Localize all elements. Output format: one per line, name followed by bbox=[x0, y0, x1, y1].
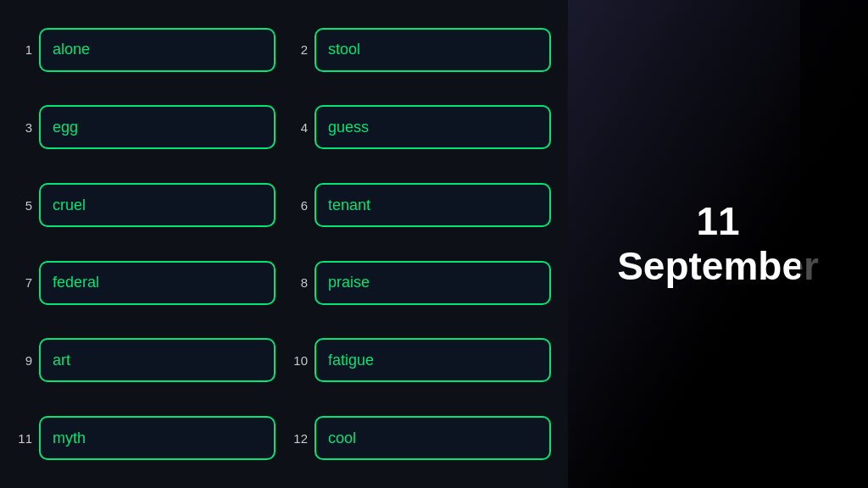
word-box: cruel bbox=[39, 183, 275, 227]
word-item: 5cruel bbox=[17, 170, 275, 240]
word-item: 6tenant bbox=[292, 170, 551, 240]
word-box: praise bbox=[314, 261, 551, 305]
word-number: 1 bbox=[17, 42, 32, 57]
word-item: 10fatigue bbox=[292, 326, 551, 396]
word-box: art bbox=[39, 338, 275, 382]
word-box: cool bbox=[314, 416, 551, 460]
word-number: 4 bbox=[292, 120, 308, 135]
word-number: 5 bbox=[17, 198, 32, 213]
word-box: fatigue bbox=[314, 338, 551, 382]
word-number: 3 bbox=[17, 120, 32, 135]
date-panel: 11September bbox=[568, 0, 868, 488]
word-number: 7 bbox=[17, 275, 32, 290]
word-item: 1alone bbox=[17, 15, 275, 85]
word-item: 2stool bbox=[292, 15, 551, 85]
word-box: alone bbox=[39, 28, 275, 72]
word-number: 10 bbox=[292, 353, 308, 368]
word-box: egg bbox=[39, 105, 275, 149]
word-item: 4guess bbox=[292, 93, 551, 163]
word-number: 8 bbox=[292, 275, 308, 290]
word-item: 8praise bbox=[292, 248, 551, 318]
word-item: 7federal bbox=[17, 248, 275, 318]
word-list: 1alone2stool3egg4guess5cruel6tenant7fede… bbox=[0, 0, 568, 488]
date-display: 11September bbox=[617, 199, 819, 289]
word-box: stool bbox=[314, 28, 551, 72]
word-item: 11myth bbox=[17, 403, 275, 473]
word-number: 9 bbox=[17, 353, 32, 368]
word-item: 9art bbox=[17, 326, 275, 396]
word-box: tenant bbox=[314, 183, 551, 227]
word-box: myth bbox=[39, 416, 275, 460]
word-item: 3egg bbox=[17, 93, 275, 163]
word-box: guess bbox=[314, 105, 551, 149]
word-item: 12cool bbox=[292, 403, 551, 473]
word-number: 12 bbox=[292, 431, 308, 446]
word-number: 6 bbox=[292, 198, 308, 213]
word-number: 2 bbox=[292, 42, 308, 57]
word-number: 11 bbox=[17, 431, 32, 446]
word-box: federal bbox=[39, 261, 275, 305]
